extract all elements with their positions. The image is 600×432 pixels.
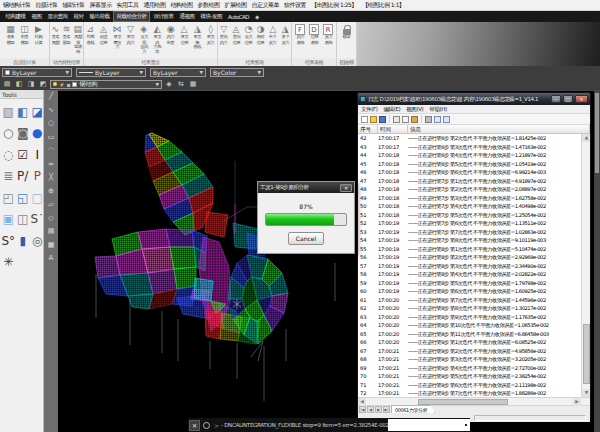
- ribbon-button[interactable]: F内力 表格: [294, 23, 307, 46]
- paste-icon[interactable]: [411, 116, 418, 123]
- ribbon-button[interactable]: ▽显示 内力: [124, 23, 136, 46]
- table-row[interactable]: 6617:00:20——正在进行第9步 第1次迭代 不平衡力收敛误差=6.085…: [358, 338, 590, 347]
- table-row[interactable]: 7017:00:21——正在进行第9步 第5次迭代 不平衡力收敛误差=2.382…: [358, 372, 590, 381]
- table-row[interactable]: 4817:00:18——正在进行第7步 第2次迭代 不平衡力收敛误差=2.088…: [358, 185, 590, 194]
- layer-tool-icon-2[interactable]: ◨: [26, 80, 36, 88]
- draw-tool-icon-6[interactable]: ╳: [49, 174, 53, 181]
- ribbon-button[interactable]: ◑相对 位移: [255, 23, 266, 46]
- ribbon-button[interactable]: ▽查询 内力: [218, 23, 229, 46]
- property-combo-0[interactable]: ByLayer▼: [2, 68, 72, 77]
- table-row[interactable]: 6117:00:20——正在进行第8步 第7次迭代 不平衡力收敛误差=1.445…: [358, 296, 590, 305]
- ribbon-button[interactable]: D位移 表格: [308, 23, 321, 46]
- log-window-titlebar[interactable]: 日志 D:\2019档案\超欧\190603蝶恋花\超 内容\190603蝶恋花…: [358, 93, 590, 105]
- log-menu-0[interactable]: 文件(F): [361, 106, 377, 113]
- ribbon-button[interactable]: 锁定: [340, 23, 353, 41]
- print-icon[interactable]: [425, 116, 432, 123]
- menu-item-2[interactable]: 辅助计算: [63, 1, 85, 10]
- tool-icon-21[interactable]: ✳: [1, 252, 16, 274]
- ribbon-button[interactable]: ◉内力 检查: [164, 23, 176, 46]
- tool-icon-15[interactable]: ▣: [1, 209, 16, 231]
- scroll-up-arrow[interactable]: ▲: [582, 134, 590, 142]
- property-combo-2[interactable]: ByLayer▼: [150, 68, 206, 77]
- draw-tool-icon-7[interactable]: ⊕: [48, 188, 54, 195]
- menu-item-12[interactable]: 【绘图比例 1:1】: [362, 1, 405, 10]
- table-row[interactable]: 6717:00:21——正在进行第9步 第2次迭代 不平衡力收敛误差=4.958…: [358, 347, 590, 356]
- table-row[interactable]: 5317:00:19——正在进行第7步 第7次迭代 不平衡力收敛误差=1.028…: [358, 228, 590, 237]
- scroll-down-arrow[interactable]: ▼: [582, 389, 590, 397]
- chart-icon[interactable]: [443, 116, 450, 123]
- ribbon-tab-7[interactable]: 通视图: [177, 12, 197, 21]
- ribbon-tab-3[interactable]: 校对: [71, 12, 86, 21]
- table-row[interactable]: 4617:00:18——正在进行第6步 第6次迭代 不平衡力收敛误差=6.992…: [358, 168, 590, 177]
- ribbon-button[interactable]: ◮显示挠 曲线: [191, 23, 203, 52]
- tab-last-button[interactable]: ▶|: [383, 406, 390, 413]
- table-row[interactable]: 5717:00:19——正在进行第8步 第3次迭代 不平衡力收敛误差=2.344…: [358, 262, 590, 271]
- menu-item-4[interactable]: 实用工具: [117, 1, 139, 10]
- table-row[interactable]: 5817:00:19——正在进行第8步 第4次迭代 不平衡力收敛误差=2.028…: [358, 270, 590, 279]
- tool-icon-7[interactable]: ☑: [16, 144, 31, 166]
- property-combo-1[interactable]: ByLayer▼: [76, 68, 146, 77]
- table-row[interactable]: 5117:00:18——正在进行第7步 第5次迭代 不平衡力收敛误差=1.250…: [358, 211, 590, 220]
- log-menu-1[interactable]: 编辑(E): [383, 106, 400, 113]
- menu-item-7[interactable]: 参数绘图: [198, 1, 220, 10]
- minimize-button[interactable]: —: [551, 95, 561, 103]
- table-row[interactable]: 4417:00:18——正在进行第6步 第4次迭代 不平衡力收敛误差=1.218…: [358, 151, 590, 160]
- open-icon[interactable]: [370, 116, 377, 123]
- ribbon-button[interactable]: ▶结构 计算: [32, 23, 45, 46]
- new-icon[interactable]: [361, 116, 368, 123]
- tool-icon-13[interactable]: ◱: [16, 187, 31, 209]
- menu-item-5[interactable]: 通用绘图: [144, 1, 166, 10]
- layer-tool-icon-0[interactable]: ▤: [2, 80, 12, 88]
- ribbon-button[interactable]: ◫检查 模型: [18, 23, 31, 46]
- canvas-scrollbar[interactable]: [594, 91, 600, 432]
- table-row[interactable]: 6217:00:20——正在进行第8步 第8次迭代 不平衡力收敛误差=1.302…: [358, 304, 590, 313]
- draw-tool-icon-10[interactable]: ▤: [48, 228, 55, 235]
- table-row[interactable]: 6417:00:20——正在进行第8步 第10次迭代 不平衡力收敛误差=1.06…: [358, 321, 590, 330]
- maximize-button[interactable]: □: [563, 95, 573, 103]
- log-tab[interactable]: 00061力学分析: [391, 405, 435, 413]
- layer-right-icon-1[interactable]: ⇆: [176, 80, 186, 88]
- report-icon[interactable]: [434, 116, 441, 123]
- table-row[interactable]: 5017:00:18——正在进行第7步 第4次迭代 不平衡力收敛误差=1.404…: [358, 202, 590, 211]
- tool-icon-6[interactable]: ◌: [1, 144, 16, 166]
- log-column-header-1[interactable]: 时间: [378, 125, 408, 133]
- draw-tool-icon-2[interactable]: ○: [48, 120, 54, 127]
- command-input[interactable]: [388, 419, 470, 431]
- canvas-scrollbar-thumb[interactable]: [595, 93, 599, 173]
- menu-item-11[interactable]: 【出图比例 1:25】: [311, 1, 357, 10]
- ribbon-tab-8[interactable]: 模块-发图: [198, 12, 225, 21]
- table-row[interactable]: 6017:00:19——正在进行第8步 第6次迭代 不平衡力收敛误差=1.609…: [358, 287, 590, 296]
- tool-icon-8[interactable]: I: [30, 144, 45, 166]
- tab-first-button[interactable]: |◀: [359, 406, 366, 413]
- log-menu-3[interactable]: 帮助(H): [429, 106, 446, 113]
- tool-icon-10[interactable]: P/: [16, 166, 31, 188]
- tool-icon-16[interactable]: ◫: [16, 209, 31, 231]
- draw-tool-icon-4[interactable]: ◠: [48, 147, 54, 154]
- log-horizontal-scrollbar[interactable]: ◀ ▶: [358, 397, 590, 405]
- ribbon-tab-1[interactable]: 视图: [29, 12, 44, 21]
- layer-right-icon-0[interactable]: ◈: [164, 80, 174, 88]
- layer-right-icon-2[interactable]: ▦: [188, 80, 198, 88]
- log-column-header-0[interactable]: 序号: [358, 125, 378, 133]
- layer-tool-icon-3[interactable]: ◩: [38, 80, 48, 88]
- table-row[interactable]: 6517:00:20——正在进行第8步 第11次迭代 不平衡力收敛误差=6.66…: [358, 330, 590, 339]
- tool-icon-2[interactable]: ◪: [30, 101, 45, 123]
- ribbon-button[interactable]: ◭显示内 力包络: [151, 23, 163, 57]
- ribbon-tab-10[interactable]: ◈: [253, 13, 262, 21]
- tool-icon-0[interactable]: ▧: [1, 101, 16, 123]
- ribbon-button[interactable]: ◬动态 位移: [97, 23, 109, 46]
- copy-icon[interactable]: [402, 116, 409, 123]
- table-row[interactable]: 4717:00:18——正在进行第7步 第1次迭代 不平衡力收敛误差=4.918…: [358, 177, 590, 186]
- table-row[interactable]: 6917:00:21——正在进行第9步 第4次迭代 不平衡力收敛误差=2.727…: [358, 364, 590, 373]
- ribbon-button[interactable]: ◈最大组 合内力: [138, 23, 150, 57]
- ribbon-tab-4[interactable]: 输出荷载: [87, 12, 112, 21]
- draw-tool-icon-5[interactable]: ≈: [48, 161, 54, 168]
- tool-icon-11[interactable]: P: [30, 166, 45, 188]
- table-row[interactable]: 7217:00:21——正在进行第9步 第7次迭代 不平衡力收敛误差=1.882…: [358, 389, 590, 397]
- draw-tool-icon-8[interactable]: ▱: [48, 201, 53, 208]
- draw-tool-icon-12[interactable]: A: [49, 255, 54, 262]
- menu-item-0[interactable]: 钢结构计算: [3, 1, 31, 10]
- table-row[interactable]: 5617:00:19——正在进行第8步 第2次迭代 不平衡力收敛误差=2.929…: [358, 253, 590, 262]
- command-wrench-icon[interactable]: [203, 422, 210, 429]
- tool-icon-20[interactable]: ◎: [30, 230, 45, 252]
